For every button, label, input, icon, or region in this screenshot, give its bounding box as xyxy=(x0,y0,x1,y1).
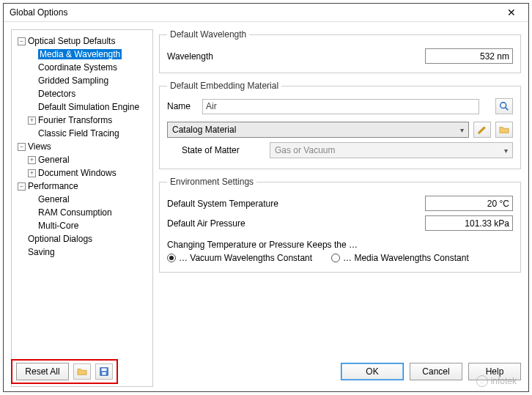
legend-environment: Environment Settings xyxy=(167,177,256,187)
search-icon xyxy=(499,101,509,111)
cancel-button[interactable]: Cancel xyxy=(410,363,462,380)
group-default-embedding-material: Default Embedding Material Name Catalog … xyxy=(159,81,521,169)
load-defaults-button[interactable] xyxy=(73,363,91,380)
group-environment-settings: Environment Settings Default System Temp… xyxy=(159,177,521,273)
help-button[interactable]: Help xyxy=(468,363,521,380)
tree-item-performance[interactable]: −Performance xyxy=(15,180,149,193)
dialog-footer: Reset All OK Cancel Help xyxy=(11,359,521,384)
tree-item-views[interactable]: −Views xyxy=(15,140,149,153)
save-defaults-button[interactable] xyxy=(95,363,113,380)
catalog-material-combo[interactable]: Catalog Material ▾ xyxy=(167,122,469,138)
tree-item-views-general[interactable]: +General xyxy=(15,153,149,166)
edit-button[interactable] xyxy=(473,122,491,138)
tree-item-default-simulation-engine[interactable]: Default Simulation Engine xyxy=(15,100,149,114)
svg-point-0 xyxy=(500,103,506,108)
state-of-matter-combo: Gas or Vacuum ▾ xyxy=(270,142,513,158)
default-temp-input[interactable] xyxy=(425,196,513,211)
radio-media-wavelengths-constant[interactable]: … Media Wavelengths Constant xyxy=(331,253,469,263)
options-tree[interactable]: −Optical Setup Defaults Media & Waveleng… xyxy=(11,29,153,387)
embedding-name-input[interactable] xyxy=(202,99,479,114)
label-wavelength: Wavelength xyxy=(167,51,306,62)
collapse-icon[interactable]: − xyxy=(18,37,26,45)
tree-item-perf-general[interactable]: General xyxy=(15,193,149,206)
window-title: Global Options xyxy=(10,7,67,18)
svg-rect-3 xyxy=(102,369,107,372)
pencil-icon xyxy=(477,125,487,135)
tree-item-saving[interactable]: Saving xyxy=(15,246,149,259)
group-default-wavelength: Default Wavelength Wavelength xyxy=(159,29,521,73)
tree-item-optical-setup-defaults[interactable]: −Optical Setup Defaults xyxy=(15,34,149,48)
radio-off-icon xyxy=(331,254,340,262)
chevron-down-icon: ▾ xyxy=(504,147,508,155)
legend-default-wavelength: Default Wavelength xyxy=(167,29,249,40)
radio-vacuum-wavelengths-constant[interactable]: … Vacuum Wavelengths Constant xyxy=(167,253,312,263)
open-catalog-button[interactable] xyxy=(495,122,513,138)
label-changing-keeps: Changing Temperature or Pressure Keeps t… xyxy=(167,240,513,250)
default-pressure-input[interactable] xyxy=(425,215,513,231)
global-options-window: Global Options ✕ −Optical Setup Defaults… xyxy=(3,3,529,392)
ok-button[interactable]: OK xyxy=(341,363,404,380)
radio-on-icon xyxy=(167,254,176,262)
expand-icon[interactable]: + xyxy=(28,117,36,125)
tree-item-ram-consumption[interactable]: RAM Consumption xyxy=(15,206,149,219)
label-default-temp: Default System Temperature xyxy=(167,199,306,209)
label-state-of-matter: State of Matter xyxy=(182,145,270,155)
chevron-down-icon: ▾ xyxy=(460,126,464,134)
tree-item-detectors[interactable]: Detectors xyxy=(15,87,149,100)
tree-item-fourier-transforms[interactable]: +Fourier Transforms xyxy=(15,114,149,127)
wavelength-input[interactable] xyxy=(425,48,513,64)
tree-item-classic-field-tracing[interactable]: Classic Field Tracing xyxy=(15,127,149,140)
label-default-pressure: Default Air Pressure xyxy=(167,218,306,229)
svg-line-1 xyxy=(506,108,509,111)
reset-controls: Reset All xyxy=(11,359,118,384)
save-icon xyxy=(99,366,109,377)
tree-item-coordinate-systems[interactable]: Coordinate Systems xyxy=(15,61,149,74)
lookup-button[interactable] xyxy=(495,98,513,114)
titlebar: Global Options ✕ xyxy=(4,4,528,22)
tree-item-multi-core[interactable]: Multi-Core xyxy=(15,219,149,232)
svg-rect-4 xyxy=(102,372,106,375)
tree-item-document-windows[interactable]: +Document Windows xyxy=(15,166,149,180)
reset-all-button[interactable]: Reset All xyxy=(16,363,69,380)
collapse-icon[interactable]: − xyxy=(18,143,26,151)
tree-item-gridded-sampling[interactable]: Gridded Sampling xyxy=(15,74,149,87)
folder-open-icon xyxy=(499,125,509,135)
options-content: Default Wavelength Wavelength Default Em… xyxy=(159,29,521,387)
label-name: Name xyxy=(167,101,196,111)
legend-default-embedding: Default Embedding Material xyxy=(167,81,281,91)
tree-item-optional-dialogs[interactable]: Optional Dialogs xyxy=(15,232,149,246)
close-icon[interactable]: ✕ xyxy=(500,7,522,18)
folder-open-icon xyxy=(77,366,87,377)
expand-icon[interactable]: + xyxy=(28,169,36,177)
tree-item-media-wavelength[interactable]: Media & Wavelength xyxy=(15,48,149,61)
expand-icon[interactable]: + xyxy=(28,156,36,164)
collapse-icon[interactable]: − xyxy=(18,182,26,191)
